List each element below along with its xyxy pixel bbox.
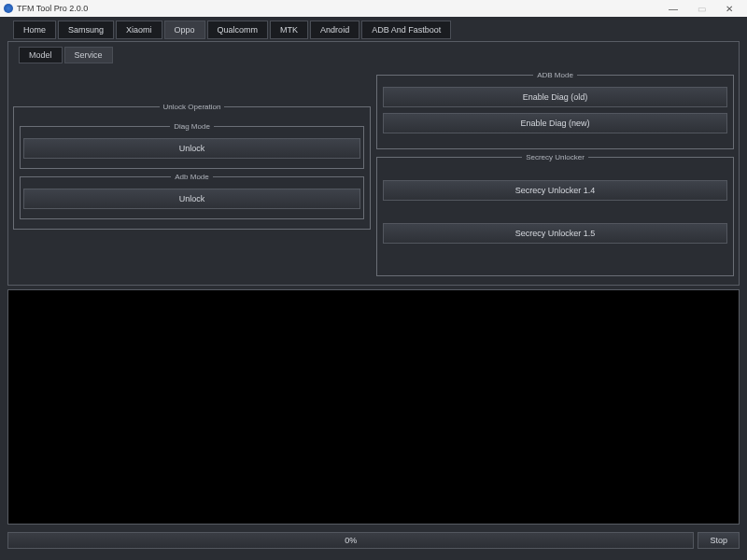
left-column: Unlock Operation Diag Mode Unlock Adb Mo… [13,67,371,280]
tab-samsung[interactable]: Samsung [58,21,114,39]
tab-qualcomm[interactable]: Qualcomm [207,21,269,39]
sub-tabs: Model Service [13,47,734,63]
right-column: ADB Mode Enable Diag (old) Enable Diag (… [376,67,734,280]
adb-mode-group-right: ADB Mode Enable Diag (old) Enable Diag (… [376,71,734,149]
adb-mode-legend-left: Adb Mode [171,173,212,181]
adb-mode-legend-right: ADB Mode [533,71,577,79]
main-tabs: Home Samsung Xiaomi Oppo Qualcomm MTK An… [0,17,747,39]
tab-android[interactable]: Android [310,21,359,39]
window-title: TFM Tool Pro 2.0.0 [17,4,659,13]
secrecy-legend: Secrecy Unlocker [522,153,588,161]
app-icon [4,4,13,13]
diag-unlock-button[interactable]: Unlock [23,138,360,159]
secrecy-14-button[interactable]: Secrecy Unlocker 1.4 [383,180,727,201]
enable-diag-old-button[interactable]: Enable Diag (old) [383,87,727,107]
tab-adb-fastboot[interactable]: ADB And Fastboot [361,21,451,39]
secrecy-unlocker-group: Secrecy Unlocker Secrecy Unlocker 1.4 Se… [376,153,734,276]
panels-row: Unlock Operation Diag Mode Unlock Adb Mo… [13,67,734,280]
subtab-service[interactable]: Service [64,47,113,63]
stop-button[interactable]: Stop [698,532,740,549]
subtab-model[interactable]: Model [19,47,63,63]
bottom-bar: 0% Stop [0,528,747,553]
diag-mode-legend: Diag Mode [170,122,214,131]
unlock-operation-group: Unlock Operation Diag Mode Unlock Adb Mo… [13,103,371,230]
unlock-operation-legend: Unlock Operation [160,103,225,111]
progress-bar: 0% [7,532,694,549]
log-area [7,289,740,525]
sub-frame: Model Service Unlock Operation Diag Mode… [7,41,740,286]
tab-xiaomi[interactable]: Xiaomi [116,21,162,39]
adb-unlock-button[interactable]: Unlock [23,189,360,209]
secrecy-15-button[interactable]: Secrecy Unlocker 1.5 [383,223,727,244]
close-button[interactable]: ✕ [715,0,743,17]
app-body: Model Service Unlock Operation Diag Mode… [0,39,747,528]
tab-home[interactable]: Home [13,21,56,39]
tab-mtk[interactable]: MTK [270,21,308,39]
maximize-button[interactable]: ▭ [687,0,715,17]
minimize-button[interactable]: — [659,0,687,17]
diag-mode-group: Diag Mode Unlock [20,122,364,169]
adb-mode-group-left: Adb Mode Unlock [20,173,364,219]
tab-oppo[interactable]: Oppo [164,21,205,39]
enable-diag-new-button[interactable]: Enable Diag (new) [383,113,727,133]
titlebar: TFM Tool Pro 2.0.0 — ▭ ✕ [0,0,747,17]
